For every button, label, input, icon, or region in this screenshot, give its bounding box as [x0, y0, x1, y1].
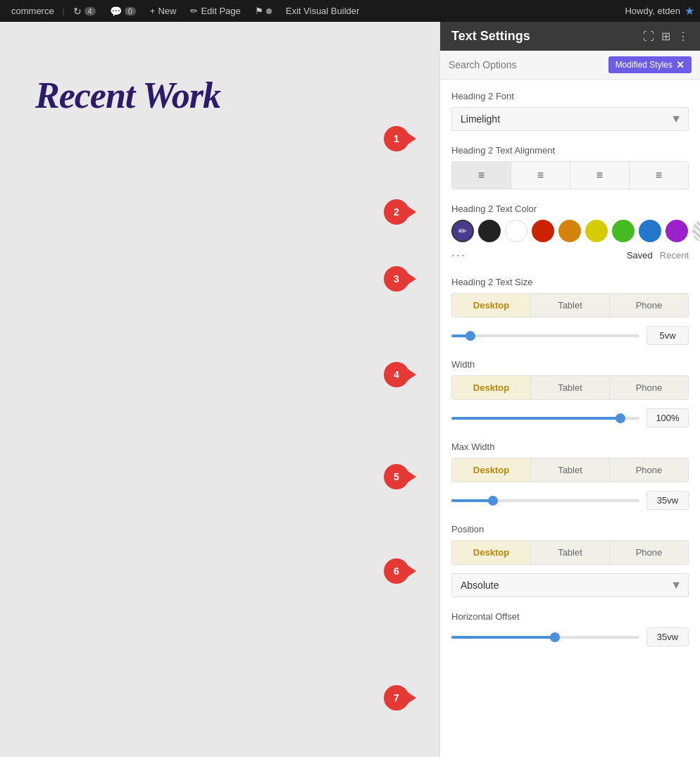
align-left-icon: ≡ [478, 169, 485, 182]
horizontal-offset-slider-fill [451, 636, 555, 639]
position-device-tabs: Desktop Tablet Phone [451, 540, 689, 565]
color-white-swatch[interactable] [505, 220, 527, 242]
comment-icon: 💬 [110, 6, 122, 17]
saved-recent-tabs: Saved Recent [627, 250, 689, 261]
color-green-swatch[interactable] [612, 220, 635, 242]
heading2-alignment-section: Heading 2 Text Alignment ≡ ≡ ≡ ≡ [451, 145, 689, 189]
search-input[interactable] [449, 59, 603, 70]
width-tablet-tab[interactable]: Tablet [531, 376, 610, 399]
step-badge-5: 5 [384, 464, 409, 489]
width-section: Width Desktop Tablet Phone 100% [451, 359, 689, 427]
width-slider-row: 100% [451, 408, 689, 427]
position-tablet-tab[interactable]: Tablet [531, 541, 610, 564]
position-phone-tab[interactable]: Phone [610, 541, 688, 564]
align-right-button[interactable]: ≡ [570, 162, 630, 189]
comment-button[interactable]: 💬 0 [104, 0, 142, 22]
step-badge-4: 4 [384, 362, 409, 387]
max-width-tablet-tab[interactable]: Tablet [531, 458, 610, 482]
position-select-wrapper: Absolute Relative Fixed Static ▼ [451, 573, 689, 597]
heading2-color-label: Heading 2 Text Color [451, 204, 689, 214]
edit-page-button[interactable]: ✏ Edit Page [185, 0, 246, 22]
align-center-button[interactable]: ≡ [511, 162, 570, 189]
size-phone-tab[interactable]: Phone [610, 294, 688, 317]
color-blue-swatch[interactable] [639, 220, 661, 242]
max-width-slider-track[interactable] [451, 499, 639, 502]
size-desktop-tab[interactable]: Desktop [452, 294, 531, 317]
step-badge-2: 2 [384, 199, 409, 225]
position-select[interactable]: Absolute Relative Fixed Static [451, 573, 689, 597]
heading2-font-label: Heading 2 Font [451, 91, 689, 101]
width-slider-thumb[interactable] [615, 413, 625, 423]
max-width-phone-tab[interactable]: Phone [610, 458, 688, 482]
width-slider-track[interactable] [451, 417, 639, 420]
comment-count: 0 [125, 7, 136, 15]
divi-icon-button[interactable]: ⚑ [249, 0, 277, 22]
width-label: Width [451, 359, 689, 370]
color-orange-swatch[interactable] [558, 220, 581, 242]
size-slider-thumb[interactable] [465, 331, 475, 341]
size-slider-track[interactable] [451, 334, 639, 337]
size-tablet-tab[interactable]: Tablet [531, 294, 610, 317]
horizontal-offset-label: Horizontal Offset [451, 611, 689, 622]
clear-modified-icon[interactable]: ✕ [676, 59, 685, 70]
horizontal-offset-slider-value[interactable]: 35vw [646, 627, 689, 646]
panel-title: Text Settings [451, 29, 530, 44]
color-footer: ··· Saved Recent [451, 248, 689, 263]
position-desktop-tab[interactable]: Desktop [452, 541, 531, 564]
saved-tab[interactable]: Saved [627, 250, 653, 261]
divi-icon: ⚑ [255, 6, 263, 16]
panel-header: Text Settings ⛶ ⊞ ⋮ [440, 22, 700, 51]
exit-label: Exit Visual Builder [286, 6, 360, 16]
horizontal-offset-slider-thumb[interactable] [550, 632, 560, 642]
align-center-icon: ≡ [537, 169, 544, 182]
refresh-button[interactable]: ↻ 4 [68, 0, 101, 22]
dots-menu-icon[interactable]: ··· [451, 248, 466, 263]
panel-header-icons: ⛶ ⊞ ⋮ [643, 30, 689, 43]
new-button[interactable]: + New [144, 0, 182, 22]
max-width-device-tabs: Desktop Tablet Phone [451, 458, 689, 482]
width-slider-value[interactable]: 100% [646, 408, 689, 427]
width-desktop-tab[interactable]: Desktop [452, 376, 531, 399]
width-phone-tab[interactable]: Phone [610, 376, 688, 399]
max-width-slider-thumb[interactable] [488, 496, 498, 506]
heading2-size-label: Heading 2 Text Size [451, 277, 689, 287]
step-badge-6: 6 [384, 558, 409, 584]
width-slider-fill [451, 417, 620, 420]
columns-icon[interactable]: ⊞ [661, 30, 670, 43]
modified-styles-label: Modified Styles [615, 60, 673, 70]
horizontal-offset-slider-track[interactable] [451, 636, 639, 639]
star-icon: ★ [685, 4, 694, 18]
howdy-text: Howdy, etden [625, 6, 680, 16]
color-swatches-row: ✏ [451, 220, 689, 242]
font-select[interactable]: Limelight [451, 107, 689, 131]
heading2-font-section: Heading 2 Font Limelight ▼ [451, 91, 689, 131]
more-icon[interactable]: ⋮ [677, 30, 689, 43]
color-black-swatch[interactable] [478, 220, 501, 242]
edit-page-label: Edit Page [201, 6, 240, 16]
color-pen-swatch[interactable]: ✏ [451, 220, 474, 242]
color-purple-swatch[interactable] [665, 220, 688, 242]
max-width-slider-value[interactable]: 35vw [646, 491, 689, 510]
heading2-color-section: Heading 2 Text Color ✏ ··· Save [451, 204, 689, 263]
heading2-size-section: Heading 2 Text Size Desktop Tablet Phone… [451, 277, 689, 345]
align-left-button[interactable]: ≡ [452, 162, 511, 189]
align-justify-button[interactable]: ≡ [630, 162, 688, 189]
brand-name: commerce [6, 6, 60, 16]
topbar-right: Howdy, etden ★ [625, 4, 694, 18]
color-yellow-swatch[interactable] [585, 220, 608, 242]
horizontal-offset-slider-row: 35vw [451, 627, 689, 646]
main-area: Recent Work 1 2 3 4 5 6 7 8 Text Setting… [0, 22, 700, 757]
size-slider-value[interactable]: 5vw [646, 326, 689, 345]
modified-styles-button[interactable]: Modified Styles ✕ [608, 56, 692, 73]
color-striped-swatch[interactable] [692, 220, 700, 242]
max-width-slider-fill [451, 499, 493, 502]
color-red-swatch[interactable] [532, 220, 554, 242]
step-badge-3: 3 [384, 266, 409, 292]
max-width-desktop-tab[interactable]: Desktop [452, 458, 531, 482]
recent-tab[interactable]: Recent [660, 250, 689, 261]
fullscreen-icon[interactable]: ⛶ [643, 30, 654, 43]
search-bar: Modified Styles ✕ [440, 51, 700, 80]
topbar: commerce | ↻ 4 💬 0 + New ✏ Edit Page ⚑ E… [0, 0, 700, 22]
exit-visual-builder-button[interactable]: Exit Visual Builder [280, 0, 365, 22]
position-label: Position [451, 524, 689, 534]
